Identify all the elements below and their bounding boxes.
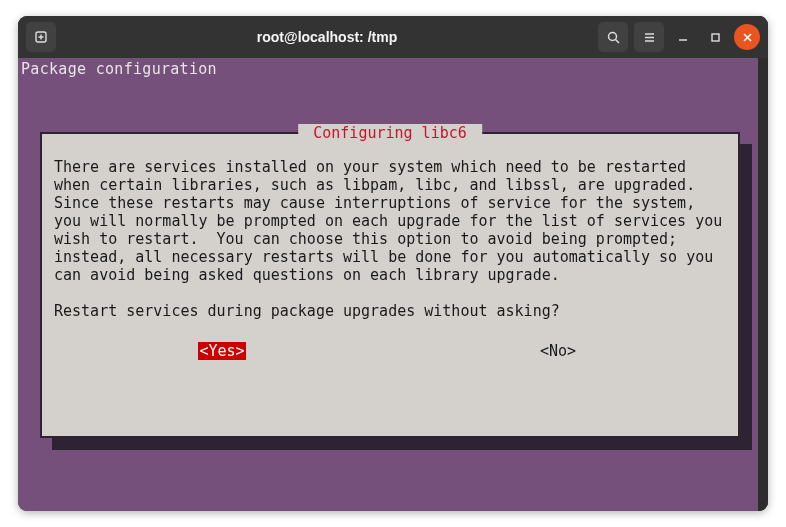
menu-button[interactable] xyxy=(634,22,664,52)
svg-rect-9 xyxy=(712,34,719,41)
new-tab-icon xyxy=(33,29,49,45)
package-config-header: Package configuration xyxy=(21,60,217,78)
no-button[interactable]: <No> xyxy=(540,342,576,360)
terminal-window: root@localhost: /tmp xyxy=(18,16,768,511)
svg-point-3 xyxy=(608,32,616,40)
new-tab-button[interactable] xyxy=(26,22,56,52)
minimize-icon xyxy=(677,31,689,43)
dialog-title: Configuring libc6 xyxy=(298,124,482,142)
close-icon xyxy=(742,32,753,43)
debconf-dialog: Configuring libc6 There are services ins… xyxy=(40,132,740,438)
window-title: root@localhost: /tmp xyxy=(56,29,598,45)
scrollbar[interactable] xyxy=(758,58,768,511)
terminal-viewport[interactable]: Package configuration Configuring libc6 … xyxy=(18,58,768,511)
dialog-question: Restart services during package upgrades… xyxy=(54,302,726,320)
dialog-buttons: <Yes> <No> xyxy=(54,342,726,360)
close-button[interactable] xyxy=(734,24,760,50)
svg-line-4 xyxy=(615,39,619,43)
maximize-button[interactable] xyxy=(702,24,728,50)
dialog-body: There are services installed on your sys… xyxy=(54,158,726,284)
search-button[interactable] xyxy=(598,22,628,52)
titlebar: root@localhost: /tmp xyxy=(18,16,768,58)
yes-button[interactable]: <Yes> xyxy=(198,342,245,360)
minimize-button[interactable] xyxy=(670,24,696,50)
search-icon xyxy=(606,30,621,45)
hamburger-icon xyxy=(642,30,657,45)
maximize-icon xyxy=(710,32,721,43)
